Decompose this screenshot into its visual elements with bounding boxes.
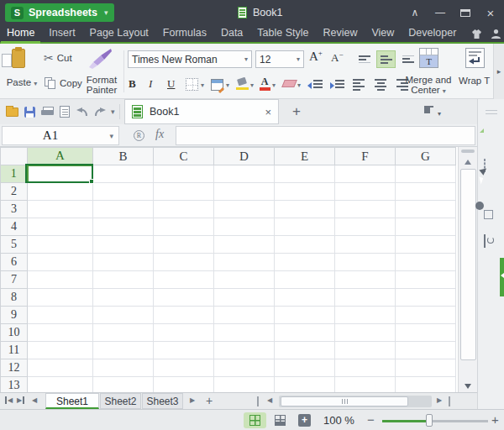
close-button[interactable]: × [484,6,497,19]
align-bottom-button[interactable] [398,50,417,68]
row-header-13[interactable]: 13 [1,377,28,393]
cell-F3[interactable] [335,201,396,218]
cell-D3[interactable] [214,201,275,218]
cell-B12[interactable] [93,359,154,377]
cell-G3[interactable] [396,201,456,218]
cell-G7[interactable] [396,271,456,289]
decrease-font-button[interactable]: A− [331,50,343,65]
column-header-D[interactable]: D [214,148,275,165]
cell-F13[interactable] [335,377,396,393]
font-size-select[interactable]: 12▾ [255,50,304,68]
normal-view-button[interactable] [244,412,266,428]
cell-F10[interactable] [335,324,396,342]
font-color-chevron-icon[interactable]: ▾ [272,81,276,89]
decrease-indent-button[interactable] [307,79,323,91]
zoom-slider-thumb[interactable] [426,414,433,427]
cell-C11[interactable] [154,342,214,359]
column-header-G[interactable]: G [396,148,456,165]
row-header-11[interactable]: 11 [1,342,28,359]
column-header-A[interactable]: A [28,148,93,165]
cell-D4[interactable] [214,218,275,236]
highlight-chevron-icon[interactable]: ▾ [297,81,301,89]
cell-G13[interactable] [396,377,456,393]
new-file-sidebar-button[interactable] [484,128,499,143]
menu-tab-table-style[interactable]: Table Style [257,25,308,42]
selection-sidebar-button[interactable] [484,185,499,200]
shapes-sidebar-button[interactable] [484,210,499,225]
ribbon-expander[interactable]: ▸ [493,44,504,99]
table-style-button[interactable] [211,79,223,91]
cell-F7[interactable] [335,271,396,289]
font-name-select[interactable]: Times New Roman▾ [128,50,252,68]
scroll-left-icon[interactable]: ◀ [267,396,272,404]
cell-E3[interactable] [275,201,335,218]
name-box[interactable]: A1 ▾ [2,126,119,145]
borders-chevron-icon[interactable]: ▾ [201,81,204,89]
cell-B11[interactable] [93,342,154,359]
undo-button[interactable] [76,105,89,118]
cell-A11[interactable] [28,342,93,359]
cell-C8[interactable] [154,289,214,307]
row-header-2[interactable]: 2 [1,183,28,201]
sidebar-pull-tab[interactable] [500,258,504,296]
menu-tab-data[interactable]: Data [221,25,243,42]
format-painter-button[interactable] [87,47,113,73]
cell-B13[interactable] [93,377,154,393]
select-all-corner[interactable] [1,148,28,165]
insert-function-button[interactable]: fx [155,128,164,141]
fill-handle[interactable] [89,179,94,184]
cell-E1[interactable] [275,165,335,183]
cell-C6[interactable] [154,254,214,271]
cell-F1[interactable] [335,165,396,183]
bold-button[interactable]: B [129,77,136,91]
cell-E13[interactable] [275,377,335,393]
cell-A4[interactable] [28,218,93,236]
zoom-in-button[interactable]: + [491,412,499,427]
cell-F12[interactable] [335,359,396,377]
increase-font-button[interactable]: A+ [309,49,323,64]
cell-E2[interactable] [275,183,335,201]
menu-tab-developer[interactable]: Developer [408,25,456,42]
scroll-up-icon[interactable] [465,160,471,165]
row-header-9[interactable]: 9 [1,307,28,324]
add-sheet-button[interactable]: + [206,394,213,407]
qat-customize-chevron-icon[interactable]: ▾ [111,108,115,116]
scroll-down-icon[interactable] [465,384,471,389]
align-left-button[interactable] [353,79,365,91]
row-header-1[interactable]: 1 [1,165,28,183]
cell-C7[interactable] [154,271,214,289]
cell-E8[interactable] [275,289,335,307]
cell-B1[interactable] [93,165,154,183]
highlight-color-button[interactable] [281,80,297,87]
cell-D9[interactable] [214,307,275,324]
resize-sidebar-button[interactable] [484,160,499,175]
previous-sheet-button[interactable]: ◀ [32,396,37,404]
table-style-chevron-icon[interactable]: ▾ [226,81,229,89]
print-button[interactable] [40,105,54,118]
cell-B3[interactable] [93,201,154,218]
cell-A3[interactable] [28,201,93,218]
cell-G6[interactable] [396,254,456,271]
column-header-B[interactable]: B [93,148,154,165]
cell-G12[interactable] [396,359,456,377]
redo-button[interactable] [93,105,107,118]
cell-D8[interactable] [214,289,275,307]
row-header-10[interactable]: 10 [1,324,28,342]
cell-E10[interactable] [275,324,335,342]
cell-G4[interactable] [396,218,456,236]
print-preview-button[interactable] [58,105,71,118]
cell-E11[interactable] [275,342,335,359]
cell-E6[interactable] [275,254,335,271]
row-header-4[interactable]: 4 [1,218,28,236]
row-header-8[interactable]: 8 [1,289,28,307]
column-header-E[interactable]: E [275,148,335,165]
first-sheet-button[interactable]: ◀ [5,396,13,404]
cell-B7[interactable] [93,271,154,289]
cell-E5[interactable] [275,236,335,254]
next-sheet-button[interactable]: ▶ [190,396,195,404]
cell-A8[interactable] [28,289,93,307]
cell-C9[interactable] [154,307,214,324]
cell-C4[interactable] [154,218,214,236]
font-color-button[interactable]: A [259,77,270,91]
cell-F2[interactable] [335,183,396,201]
